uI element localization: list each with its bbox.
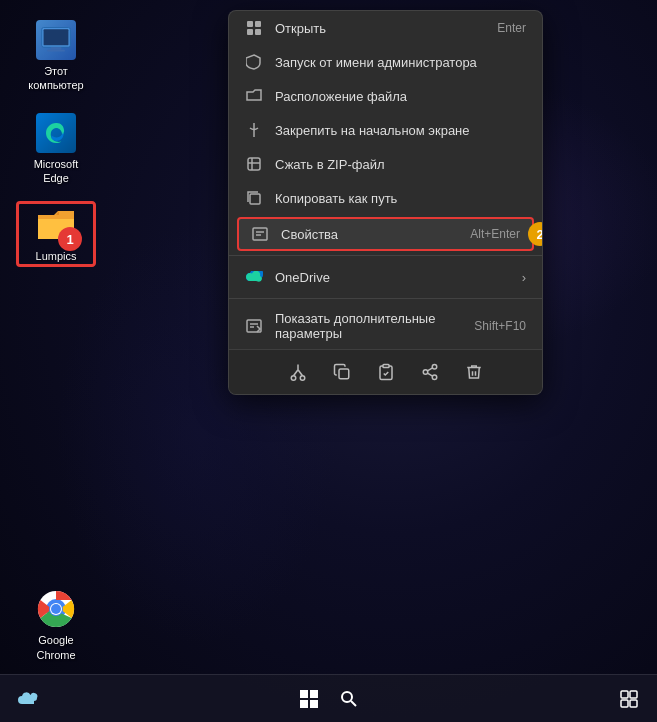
svg-line-36 (427, 368, 432, 371)
menu-moreoptions-shortcut: Shift+F10 (474, 319, 526, 333)
svg-point-33 (423, 370, 428, 375)
menu-item-onedrive[interactable]: OneDrive › (229, 260, 542, 294)
svg-rect-1 (44, 29, 69, 45)
svg-point-34 (432, 375, 437, 380)
toolbar-share-button[interactable] (416, 358, 444, 386)
svg-line-42 (351, 701, 356, 706)
taskbar-left (12, 683, 44, 715)
svg-rect-31 (383, 365, 389, 368)
svg-rect-45 (621, 700, 628, 707)
svg-point-26 (300, 376, 305, 381)
desktop-icon-computer[interactable]: Этот компьютер (20, 20, 92, 93)
menu-properties-label: Свойства (281, 227, 338, 242)
shield-icon (245, 53, 263, 71)
svg-point-25 (291, 376, 296, 381)
menu-filelocation-label: Расположение файла (275, 89, 407, 104)
svg-rect-43 (621, 691, 628, 698)
svg-rect-11 (247, 29, 253, 35)
svg-rect-10 (255, 21, 261, 27)
taskbar-right (613, 683, 645, 715)
taskbar-taskview-button[interactable] (613, 683, 645, 715)
menu-separator-2 (229, 298, 542, 299)
copy-path-icon (245, 189, 263, 207)
svg-rect-38 (310, 690, 318, 698)
menu-properties-shortcut: Alt+Enter (470, 227, 520, 241)
context-menu: Открыть Enter Запуск от имени администра… (228, 10, 543, 395)
folder-icon: 1 (36, 205, 76, 245)
menu-item-runas[interactable]: Запуск от имени администратора (229, 45, 542, 79)
pin-icon (245, 121, 263, 139)
svg-rect-18 (250, 194, 260, 204)
menu-open-shortcut: Enter (497, 21, 526, 35)
menu-onedrive-label: OneDrive (275, 270, 330, 285)
toolbar-copy-button[interactable] (328, 358, 356, 386)
properties-icon (251, 225, 269, 243)
menu-open-label: Открыть (275, 21, 326, 36)
svg-rect-19 (253, 228, 267, 240)
lumpics-badge: 1 (58, 227, 82, 251)
grid-icon (245, 19, 263, 37)
menu-item-copypath[interactable]: Копировать как путь (229, 181, 542, 215)
desktop-icon-lumpics[interactable]: 1 Lumpics (20, 205, 92, 263)
svg-rect-30 (339, 369, 349, 379)
svg-line-28 (298, 370, 303, 376)
onedrive-arrow-icon: › (522, 270, 526, 285)
svg-rect-2 (51, 47, 62, 50)
folder-open-icon (245, 87, 263, 105)
svg-point-32 (432, 365, 437, 370)
menu-item-moreoptions[interactable]: Показать дополнительные параметры Shift+… (229, 303, 542, 349)
taskbar (0, 674, 657, 722)
menu-zip-label: Сжать в ZIP-файл (275, 157, 385, 172)
menu-separator-1 (229, 255, 542, 256)
menu-toolbar (229, 349, 542, 394)
svg-rect-3 (47, 50, 65, 52)
svg-rect-46 (630, 700, 637, 707)
svg-rect-44 (630, 691, 637, 698)
taskbar-windows-button[interactable] (293, 683, 325, 715)
menu-item-filelocation[interactable]: Расположение файла (229, 79, 542, 113)
svg-line-35 (427, 373, 432, 376)
menu-runas-label: Запуск от имени администратора (275, 55, 477, 70)
more-options-icon (245, 317, 263, 335)
menu-item-zip[interactable]: Сжать в ZIP-файл (229, 147, 542, 181)
svg-rect-12 (255, 29, 261, 35)
svg-rect-15 (248, 158, 260, 170)
desktop-icon-edge[interactable]: Microsoft Edge (20, 113, 92, 186)
onedrive-icon (245, 268, 263, 286)
lumpics-icon-label: Lumpics (36, 249, 77, 263)
edge-icon (36, 113, 76, 153)
toolbar-cut-button[interactable] (284, 358, 312, 386)
toolbar-delete-button[interactable] (460, 358, 488, 386)
chrome-icon (36, 589, 76, 629)
svg-point-8 (51, 604, 61, 614)
svg-point-41 (342, 692, 352, 702)
svg-line-27 (293, 370, 298, 376)
menu-item-pinstart[interactable]: Закрепить на начальном экране (229, 113, 542, 147)
menu-copypath-label: Копировать как путь (275, 191, 397, 206)
computer-icon-label: Этот компьютер (20, 64, 92, 93)
toolbar-paste-button[interactable] (372, 358, 400, 386)
menu-moreoptions-label: Показать дополнительные параметры (275, 311, 462, 341)
svg-rect-37 (300, 690, 308, 698)
chrome-icon-label: Google Chrome (20, 633, 92, 662)
monitor-icon (36, 20, 76, 60)
taskbar-center (293, 683, 365, 715)
desktop-icons: Этот компьютер Microsoft Edge (20, 20, 92, 263)
edge-icon-label: Microsoft Edge (20, 157, 92, 186)
menu-item-open[interactable]: Открыть Enter (229, 11, 542, 45)
menu-pinstart-label: Закрепить на начальном экране (275, 123, 470, 138)
taskbar-weather-button[interactable] (12, 683, 44, 715)
svg-rect-9 (247, 21, 253, 27)
svg-rect-39 (300, 700, 308, 708)
archive-icon (245, 155, 263, 173)
taskbar-search-button[interactable] (333, 683, 365, 715)
desktop-icon-chrome[interactable]: Google Chrome (20, 589, 92, 662)
svg-rect-40 (310, 700, 318, 708)
menu-item-properties[interactable]: Свойства Alt+Enter (237, 217, 534, 251)
desktop: Этот компьютер Microsoft Edge (0, 0, 657, 722)
